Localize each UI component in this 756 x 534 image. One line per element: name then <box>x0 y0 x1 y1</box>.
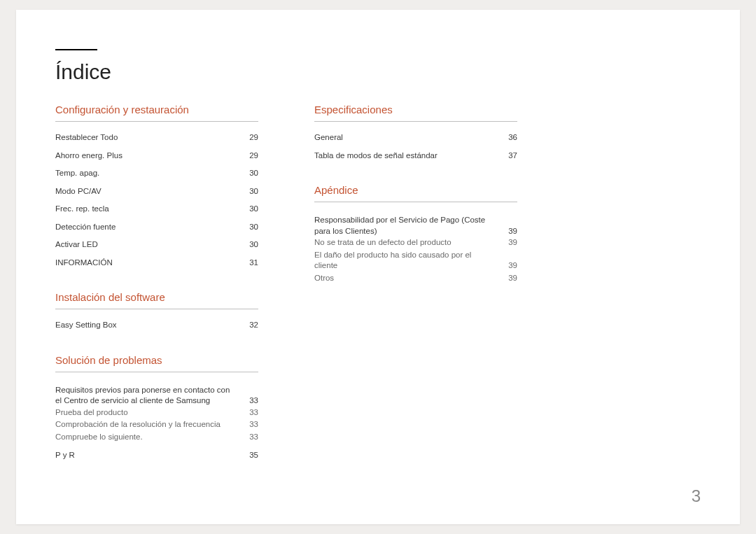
toc-subentry-page: 33 <box>243 407 258 419</box>
toc-entry: Responsabilidad por el Servicio de Pago … <box>314 211 517 237</box>
toc-entry-label: Modo PC/AV <box>55 186 243 197</box>
section-title: Apéndice <box>314 184 517 202</box>
toc-entry: Requisitos previos para ponerse en conta… <box>55 381 258 407</box>
toc-entry-group: Responsabilidad por el Servicio de Pago … <box>314 209 517 288</box>
toc-entry: Detección fuente30 <box>55 218 258 237</box>
toc-entry: Easy Setting Box32 <box>55 316 258 335</box>
toc-entry-page: 36 <box>502 132 517 143</box>
toc-entry-page: 32 <box>243 320 258 331</box>
toc-entry-page: 37 <box>502 150 517 162</box>
toc-section-specs: Especificaciones General36 Tabla de modo… <box>314 104 517 164</box>
toc-subentry-label: No se trata de un defecto del producto <box>314 237 502 248</box>
toc-subentry-page: 39 <box>502 237 517 248</box>
toc-entry-page: 35 <box>243 450 258 461</box>
toc-entry: Frec. rep. tecla30 <box>55 200 258 218</box>
toc-entry-label: Restablecer Todo <box>55 132 243 143</box>
section-title: Instalación del software <box>55 291 258 309</box>
toc-column-2: Especificaciones General36 Tabla de modo… <box>314 104 517 484</box>
toc-entry: INFORMACIÓN31 <box>55 254 258 272</box>
toc-entry-label: Requisitos previos para ponerse en conta… <box>55 385 243 407</box>
toc-entry-label: Easy Setting Box <box>55 320 243 331</box>
toc-entry-label: Ahorro energ. Plus <box>55 150 243 162</box>
toc-subentry-page: 33 <box>243 419 258 430</box>
toc-section-config: Configuración y restauración Restablecer… <box>55 104 258 272</box>
toc-section-troubleshoot: Solución de problemas Requisitos previos… <box>55 354 258 465</box>
toc-entry-label: INFORMACIÓN <box>55 258 243 269</box>
toc-entry-label: P y R <box>55 450 243 461</box>
toc-entry-label: Activar LED <box>55 239 243 251</box>
toc-subentry-label: Compruebe lo siguiente. <box>55 432 243 443</box>
toc-entry-page: 33 <box>243 395 258 407</box>
toc-subentry-label: El daño del producto ha sido causado por… <box>314 250 502 272</box>
toc-entry-page: 30 <box>243 239 258 251</box>
toc-entry: Restablecer Todo29 <box>55 129 258 147</box>
toc-entry-page: 31 <box>243 258 258 269</box>
toc-subentry: Otros39 <box>314 272 517 285</box>
toc-subentry-label: Comprobación de la resolución y la frecu… <box>55 419 243 430</box>
toc-entry: P y R35 <box>55 447 258 465</box>
toc-entry-label: Responsabilidad por el Servicio de Pago … <box>314 215 502 237</box>
toc-subentry: Prueba del producto33 <box>55 407 258 419</box>
toc-entry-page: 29 <box>243 150 258 162</box>
toc-subentry: El daño del producto ha sido causado por… <box>314 249 517 272</box>
toc-entry-page: 30 <box>243 204 258 215</box>
toc-entry-page: 30 <box>243 186 258 197</box>
document-page: Índice Configuración y restauración Rest… <box>16 10 740 524</box>
section-title: Configuración y restauración <box>55 104 258 122</box>
toc-entry-page: 29 <box>243 132 258 143</box>
toc-entry-label: Frec. rep. tecla <box>55 204 243 215</box>
toc-subentry-label: Prueba del producto <box>55 407 243 419</box>
toc-entry-label: Tabla de modos de señal estándar <box>314 150 502 162</box>
toc-entry-page: 30 <box>243 168 258 179</box>
toc-entry-group: Requisitos previos para ponerse en conta… <box>55 379 258 447</box>
toc-entry: Modo PC/AV30 <box>55 183 258 201</box>
toc-entry: Activar LED30 <box>55 236 258 254</box>
toc-entry: General36 <box>314 129 517 147</box>
toc-section-install: Instalación del software Easy Setting Bo… <box>55 291 258 335</box>
title-rule <box>55 49 97 50</box>
toc-entry-label: Detección fuente <box>55 222 243 233</box>
toc-entry-label: Temp. apag. <box>55 168 243 179</box>
page-number: 3 <box>692 486 701 506</box>
toc-entry-page: 30 <box>243 222 258 233</box>
toc-subentry-page: 33 <box>243 432 258 443</box>
toc-subentry: No se trata de un defecto del producto39 <box>314 237 517 249</box>
section-title: Especificaciones <box>314 104 517 122</box>
toc-entry: Temp. apag.30 <box>55 164 258 183</box>
toc-entry-page: 39 <box>502 226 517 237</box>
toc-subentry: Compruebe lo siguiente.33 <box>55 431 258 444</box>
toc-section-appendix: Apéndice Responsabilidad por el Servicio… <box>314 184 517 288</box>
toc-columns: Configuración y restauración Restablecer… <box>55 104 701 484</box>
toc-subentry-label: Otros <box>314 273 502 284</box>
section-title: Solución de problemas <box>55 354 258 372</box>
toc-subentry-page: 39 <box>502 260 517 272</box>
toc-entry: Tabla de modos de señal estándar37 <box>314 147 517 165</box>
toc-entry: Ahorro energ. Plus29 <box>55 147 258 165</box>
toc-subentry-page: 39 <box>502 273 517 284</box>
toc-entry-label: General <box>314 132 502 143</box>
toc-subentry: Comprobación de la resolución y la frecu… <box>55 419 258 431</box>
page-title: Índice <box>55 60 701 84</box>
toc-column-1: Configuración y restauración Restablecer… <box>55 104 258 484</box>
